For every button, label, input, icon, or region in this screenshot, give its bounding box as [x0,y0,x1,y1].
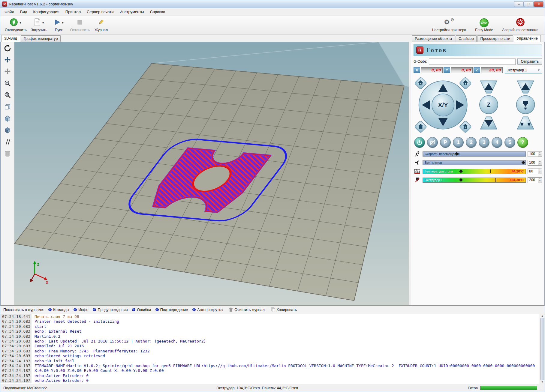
printer-settings-button[interactable]: ⚙⚙ Настройки принтера [430,17,468,33]
main-toolbar: ▼ Отсоединить ▼ Загрузить ▼ Пуск [0,16,545,34]
clear-log-button[interactable]: Очистить журнал [229,307,265,312]
fan-spinbox[interactable]: 100 ▲▼ [528,160,542,166]
log-scrollbar[interactable]: ▲ ▼ [540,314,545,384]
tab-slicer[interactable]: Слайсер [456,35,477,42]
bed-temp-spinbox[interactable]: 80 ▲▼ [528,169,542,174]
extruder-extrude-button[interactable] [517,117,534,129]
log-filter-toggle[interactable]: Подтверждение [155,308,188,312]
travel-speed-spinbox[interactable]: 100 ▲▼ [528,151,542,157]
svg-text:Y: Y [465,82,466,85]
z-axis-chip: Z [474,67,480,73]
park-button[interactable]: P [440,137,451,148]
preset-1-button[interactable]: 1 [453,137,464,148]
menu-item[interactable]: Вид [17,8,30,15]
log-timestamp: 07:34:20.683 [0,334,32,339]
spin-arrows[interactable]: ▲▼ [538,160,542,165]
start-button[interactable]: ▼ Пуск [50,17,68,33]
zoom-in-icon[interactable] [3,79,12,88]
home-x-button[interactable]: X [414,77,427,90]
menu-item[interactable]: Конфигурация [30,8,62,15]
svg-text:X: X [420,82,422,85]
extruder-temperature-slider[interactable]: Экструдер 1 104,30°C [423,178,526,183]
menu-item[interactable]: Файл [2,8,17,15]
slider-handle[interactable] [459,178,463,182]
resize-grip[interactable]: ⋰ [540,386,542,390]
spin-arrows[interactable]: ▲▼ [538,169,542,174]
log-filter-toggle[interactable]: Автопрокрутка [192,308,223,312]
extruder-temp-icon [414,177,421,183]
tab-3d-view[interactable]: 3D-Вид [1,35,20,42]
tab-print-preview[interactable]: Просмотр печати [477,35,513,42]
send-gcode-button[interactable]: Отправить [517,58,542,65]
menu-item[interactable]: Принтер [62,8,84,15]
scroll-thumb[interactable] [540,318,544,380]
home-all-button[interactable] [414,121,427,133]
motors-off-button[interactable] [427,137,438,148]
home-z-button[interactable]: Z [459,121,472,133]
3d-viewport[interactable]: z x [14,42,409,305]
log-filter-toggle[interactable]: Инфо [74,308,88,312]
preset-5-button[interactable]: 5 [504,137,515,148]
log-message: FIRMWARE_NAME:Marlin V1.0.2; Sprinter/gr… [32,364,535,368]
minimize-button[interactable]: – [514,1,524,7]
tab-temp-graph[interactable]: График температур [21,35,61,42]
copy-icon [271,307,275,312]
repetier-logo-icon: R [416,46,423,54]
gcode-input[interactable] [429,58,516,65]
extruder-temp-spinbox[interactable]: 200 ▲▼ [528,177,542,183]
view-top-icon[interactable] [3,126,12,135]
preset-3-button[interactable]: 3 [479,137,489,148]
log-message: echo:Stored settings retrieved [32,354,105,358]
y-axis-chip: Y [444,67,450,73]
view-iso-icon[interactable] [3,114,12,123]
tab-control[interactable]: Управление [514,35,541,42]
easy-mode-icon: EASY [480,18,489,27]
log-row: 07:34:24.187 FIRMWARE_NAME:Marlin V1.0.2… [0,364,540,368]
bed-temperature-slider[interactable]: Температура стола 44,20°C [423,169,526,174]
emergency-stop-button[interactable]: Аварийная остановка [500,17,540,33]
slider-handle[interactable] [522,161,525,165]
preset-4-button[interactable]: 4 [492,137,502,148]
copy-log-button[interactable]: Копировать [271,307,297,312]
parallel-projection-icon[interactable] [3,137,12,146]
load-button[interactable]: ▼ Загрузить [29,17,50,33]
slider-handle[interactable] [459,169,463,173]
easy-mode-button[interactable]: EASY Easy Mode [473,17,495,33]
disconnect-button[interactable]: ▼ Отсоединить [3,17,29,33]
home-y-button[interactable]: Y [459,77,472,90]
preset-2-button[interactable]: 2 [466,137,477,148]
power-plug-icon [10,18,18,28]
trash-icon[interactable] [3,149,12,158]
app-window: R Repetier-Host V1.6.2 - copter-roll-sky… [0,0,545,392]
log-filter-toggle[interactable]: Команды [48,308,69,312]
rotate-view-icon[interactable] [3,44,12,53]
log-filter-toggle[interactable]: Предупреждения [93,308,128,312]
log-filter-toggle[interactable]: Ошибки [132,308,151,312]
extruder-current-temp: 104,30°C [510,178,524,182]
close-button[interactable]: × [534,1,543,7]
scroll-up-icon[interactable]: ▲ [541,315,543,317]
chevron-down-icon[interactable]: ▼ [62,21,64,24]
zoom-fit-icon[interactable] [3,91,12,100]
chevron-down-icon[interactable]: ▼ [19,21,22,24]
menu-item[interactable]: Справка [147,8,168,15]
travel-speed-slider[interactable]: Скорость перемещения [423,151,526,157]
maximize-button[interactable]: □ [524,1,534,7]
view-front-icon[interactable] [3,102,12,111]
move-object-icon[interactable] [3,67,12,76]
spin-arrows[interactable]: ▲▼ [538,178,542,183]
menu-item[interactable]: Инструменты [117,8,147,15]
extruder-select[interactable]: Экструдер 1 ▼ [505,67,542,73]
fan-slider[interactable]: Вентилятор [423,160,526,165]
power-button[interactable] [414,137,425,148]
trash-icon [229,307,233,312]
menu-item[interactable]: Сервер печати [84,8,116,15]
chevron-down-icon[interactable]: ▼ [42,21,44,24]
spin-arrows[interactable]: ▲▼ [538,151,542,157]
move-view-icon[interactable] [3,55,12,64]
tab-object-placement[interactable]: Размещение объекта [412,35,455,42]
help-button[interactable]: ? [517,137,528,148]
log-toggle-button[interactable]: Журнал [92,17,110,33]
scroll-down-icon[interactable]: ▼ [541,381,543,383]
log-timestamp: 07:34:20.683 [0,324,32,329]
